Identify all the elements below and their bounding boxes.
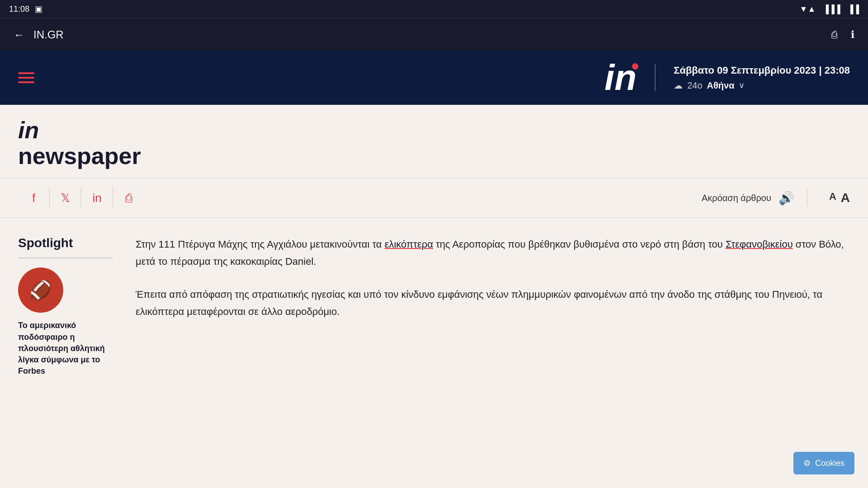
facebook-icon: f bbox=[32, 191, 35, 205]
weather-icon: ☁ bbox=[674, 80, 683, 91]
date-time-display: Σάββατο 09 Σεπτεμβρίου 2023 | 23:08 bbox=[674, 65, 850, 76]
vertical-divider bbox=[807, 190, 807, 206]
linkedin-button[interactable]: in bbox=[81, 187, 113, 209]
chevron-down-icon[interactable]: ∨ bbox=[739, 80, 745, 90]
time-text: 23:08 bbox=[825, 65, 850, 76]
logo-text: in bbox=[604, 57, 637, 98]
date-text: Σάββατο 09 Σεπτεμβρίου 2023 bbox=[674, 65, 816, 76]
app-bar-right: ⎙ ℹ bbox=[831, 29, 854, 41]
site-logo[interactable]: in bbox=[604, 60, 637, 96]
temperature: 24ο bbox=[687, 80, 702, 91]
hamburger-line-2 bbox=[18, 77, 34, 79]
battery-icon: ▐▐ bbox=[847, 5, 859, 14]
font-size-controls: A A bbox=[829, 191, 850, 205]
site-logo-area: in Σάββατο 09 Σεπτεμβρίου 2023 | 23:08 ☁… bbox=[604, 60, 850, 96]
font-small-button[interactable]: A bbox=[829, 191, 836, 205]
main-content: Spotlight 🏈 Το αμερικανικό ποδόσφαιρο η … bbox=[0, 218, 868, 488]
status-bar-left: 11:08 ▣ bbox=[9, 4, 42, 14]
section-title: in newspaper bbox=[18, 117, 850, 169]
time-display: 11:08 bbox=[9, 5, 29, 14]
app-bar-title: IN.GR bbox=[33, 28, 64, 41]
section-in: in bbox=[18, 117, 39, 143]
cookies-button[interactable]: ⚙ Cookies bbox=[793, 452, 854, 474]
sidebar-article-title[interactable]: Το αμερικανικό ποδόσφαιρο η πλουσιότερη … bbox=[18, 320, 113, 377]
info-button[interactable]: ℹ bbox=[851, 29, 854, 41]
weather-row[interactable]: ☁ 24ο Αθήνα ∨ bbox=[674, 80, 850, 91]
section-newspaper: newspaper bbox=[18, 143, 141, 169]
wifi-icon: ▼▲ bbox=[800, 5, 816, 14]
share-icon: ⎙ bbox=[125, 191, 132, 205]
article-body: Στην 111 Πτέρυγα Μάχης της Αγχιάλου μετα… bbox=[127, 236, 850, 488]
hamburger-line-3 bbox=[18, 81, 34, 83]
date-weather-block: Σάββατο 09 Σεπτεμβρίου 2023 | 23:08 ☁ 24… bbox=[674, 65, 850, 91]
share-button[interactable]: ⎙ bbox=[831, 29, 837, 41]
sidebar-thumbnail[interactable]: 🏈 bbox=[18, 267, 63, 313]
cookies-gear-icon: ⚙ bbox=[803, 458, 811, 468]
share-social-button[interactable]: ⎙ bbox=[113, 187, 145, 209]
cookies-label: Cookies bbox=[815, 459, 844, 468]
twitter-button[interactable]: 𝕏 bbox=[50, 187, 81, 209]
city-name: Αθήνα bbox=[707, 80, 735, 91]
status-bar-right: ▼▲ ▐▐▐ ▐▐ bbox=[800, 5, 859, 14]
stefanovikio-link[interactable]: Στεφανοβικείου bbox=[726, 239, 793, 250]
article-paragraph-1: Στην 111 Πτέρυγα Μάχης της Αγχιάλου μετα… bbox=[136, 236, 850, 270]
separator: | bbox=[819, 65, 824, 76]
logo-divider bbox=[655, 64, 656, 91]
app-bar: ← IN.GR ⎙ ℹ bbox=[0, 18, 868, 51]
helicopters-link[interactable]: ελικόπτερα bbox=[385, 239, 433, 250]
site-header: in Σάββατο 09 Σεπτεμβρίου 2023 | 23:08 ☁… bbox=[0, 51, 868, 105]
signal-icon: ▐▐▐ bbox=[823, 5, 840, 14]
sidebar: Spotlight 🏈 Το αμερικανικό ποδόσφαιρο η … bbox=[18, 236, 127, 488]
back-button[interactable]: ← bbox=[14, 28, 24, 41]
spotlight-title: Spotlight bbox=[18, 236, 113, 250]
social-bar: f 𝕏 in ⎙ Ακρόαση άρθρου 🔊 A A bbox=[0, 178, 868, 218]
hamburger-line-1 bbox=[18, 72, 34, 74]
facebook-button[interactable]: f bbox=[18, 187, 50, 209]
android-icon: ▣ bbox=[35, 4, 42, 14]
section-banner: in newspaper bbox=[0, 105, 868, 178]
social-icons-group: f 𝕏 in ⎙ bbox=[18, 187, 145, 209]
football-icon: 🏈 bbox=[29, 280, 52, 301]
logo-dot bbox=[632, 63, 638, 70]
audio-icon[interactable]: 🔊 bbox=[778, 191, 794, 206]
audio-label: Ακρόαση άρθρου bbox=[702, 193, 771, 203]
sidebar-divider bbox=[18, 258, 113, 258]
audio-section[interactable]: Ακρόαση άρθρου 🔊 A A bbox=[702, 190, 850, 206]
article-paragraph-2: Έπειτα από απόφαση της στρατιωτικής ηγεσ… bbox=[136, 286, 850, 320]
app-bar-left: ← IN.GR bbox=[14, 28, 64, 41]
status-bar: 11:08 ▣ ▼▲ ▐▐▐ ▐▐ bbox=[0, 0, 868, 18]
font-large-button[interactable]: A bbox=[841, 191, 850, 205]
hamburger-menu[interactable] bbox=[18, 72, 34, 83]
linkedin-icon: in bbox=[92, 191, 101, 205]
twitter-icon: 𝕏 bbox=[61, 191, 70, 205]
